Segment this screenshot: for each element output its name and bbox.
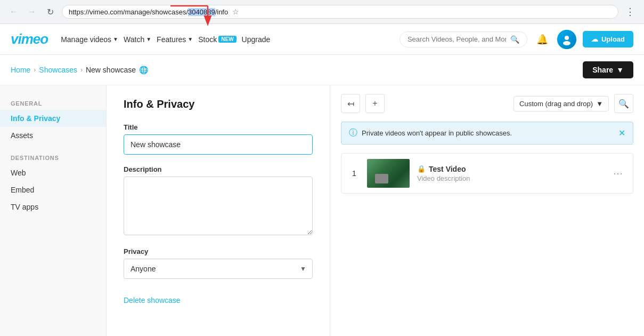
video-info: 🔒 Test Video Video description [417,165,603,182]
privacy-label: Privacy [124,247,313,255]
sidebar-destinations-label: DESTINATIONS [0,150,106,164]
lock-icon: 🔒 [417,165,426,173]
user-avatar-button[interactable] [557,30,576,49]
browser-menu-button[interactable]: ⋮ [623,4,638,19]
video-title-row: 🔒 Test Video [417,165,603,173]
privacy-select[interactable]: Anyone Only me People with password Peop… [124,259,313,279]
description-textarea[interactable] [124,177,313,235]
video-number: 1 [349,169,360,178]
vimeo-header: vimeo Manage videos ▼ Watch ▼ Features ▼… [0,24,644,55]
title-input[interactable] [124,134,313,155]
video-more-options-button[interactable]: ⋯ [610,166,625,181]
search-videos-button[interactable]: 🔍 [614,94,633,113]
delete-showcase-link[interactable]: Delete showcase [124,296,181,305]
title-field-group: Title [124,123,313,155]
notifications-bell-button[interactable]: 🔔 [534,31,551,48]
svg-point-4 [563,41,570,45]
privacy-field-group: Privacy Anyone Only me People with passw… [124,247,313,279]
svg-point-3 [565,36,569,40]
nav-manage-videos[interactable]: Manage videos ▼ [59,32,120,47]
main-layout: GENERAL Info & Privacy Assets DESTINATIO… [0,85,644,336]
description-field-group: Description [124,165,313,237]
breadcrumb-home[interactable]: Home [11,66,30,74]
collapse-panel-button[interactable]: ↤ [341,94,360,113]
main-nav: Manage videos ▼ Watch ▼ Features ▼ Stock… [59,32,272,47]
nav-watch[interactable]: Watch ▼ [121,32,153,47]
avatar [557,30,576,49]
form-section-title: Info & Privacy [124,98,313,110]
share-button[interactable]: Share ▼ [583,61,633,78]
privacy-select-wrapper: Anyone Only me People with password Peop… [124,259,313,279]
address-bar[interactable]: https://vimeo.com/manage/showcases/30408… [62,5,618,19]
back-button[interactable]: ← [6,4,21,19]
manage-videos-chevron-icon: ▼ [113,36,118,42]
bookmark-star-icon[interactable]: ☆ [232,7,239,16]
features-chevron-icon: ▼ [188,36,193,42]
sidebar-item-embed[interactable]: Embed [0,181,106,198]
add-video-button[interactable]: + [365,94,385,113]
nav-stock[interactable]: Stock NEW [196,32,238,47]
stock-badge: NEW [218,36,236,43]
sort-chevron-icon: ▼ [596,100,603,108]
upload-cloud-icon: ☁ [591,35,598,43]
globe-icon: 🌐 [139,66,148,74]
upload-button[interactable]: ☁ Upload [583,31,633,47]
sidebar-item-assets[interactable]: Assets [0,127,106,144]
search-icon[interactable]: 🔍 [510,35,519,44]
sidebar-general-label: GENERAL [0,96,106,110]
watch-chevron-icon: ▼ [146,36,151,42]
breadcrumb-bar: Home › Showcases › New showcase 🌐 Share … [0,55,644,85]
description-label: Description [124,165,313,173]
sidebar-item-info-privacy[interactable]: Info & Privacy [0,110,106,127]
breadcrumb: Home › Showcases › New showcase 🌐 [11,66,148,74]
right-panel-toolbar: ↤ + Custom (drag and drop) ▼ 🔍 [341,94,633,113]
search-bar[interactable]: 🔍 [400,31,527,47]
nav-upgrade[interactable]: Upgrade [240,32,273,47]
title-label: Title [124,123,313,131]
header-right: 🔍 🔔 ☁ Upload [400,30,633,49]
delete-area: Delete showcase [124,296,313,305]
info-circle-icon: ⓘ [349,127,357,139]
breadcrumb-showcases[interactable]: Showcases [39,66,77,74]
sidebar-item-tv-apps[interactable]: TV apps [0,198,106,215]
breadcrumb-sep-2: › [80,66,83,74]
search-input[interactable] [407,35,506,43]
browser-chrome: ← → ↻ https://vimeo.com/manage/showcases… [0,0,644,24]
video-thumbnail [367,159,410,188]
form-content-area: Info & Privacy Title Description Privacy… [107,85,330,336]
share-chevron-icon: ▼ [616,66,624,74]
reload-button[interactable]: ↻ [43,4,58,19]
notice-text: Private videos won't appear in public sh… [362,129,512,137]
vimeo-logo: vimeo [11,31,48,47]
breadcrumb-sep-1: › [34,66,36,74]
right-panel: ↤ + Custom (drag and drop) ▼ 🔍 ⓘ Private… [330,85,644,336]
video-title: Test Video [429,165,466,173]
forward-button[interactable]: → [25,4,39,19]
browser-nav-buttons: ← → ↻ [6,4,58,19]
video-thumb-image [367,159,410,188]
sidebar: GENERAL Info & Privacy Assets DESTINATIO… [0,85,107,336]
url-highlight: 3040889 [188,8,215,16]
notice-bar: ⓘ Private videos won't appear in public … [341,122,633,145]
sort-dropdown[interactable]: Custom (drag and drop) ▼ [513,96,609,111]
nav-features[interactable]: Features ▼ [154,32,195,47]
notice-bar-content: ⓘ Private videos won't appear in public … [349,127,512,139]
notice-close-button[interactable]: ✕ [618,128,625,138]
sidebar-item-web[interactable]: Web [0,164,106,181]
video-list-item: 1 🔒 Test Video Video description ⋯ [341,153,633,194]
video-description: Video description [417,174,603,182]
breadcrumb-current: New showcase [86,66,136,74]
address-url: https://vimeo.com/manage/showcases/30408… [69,8,228,16]
